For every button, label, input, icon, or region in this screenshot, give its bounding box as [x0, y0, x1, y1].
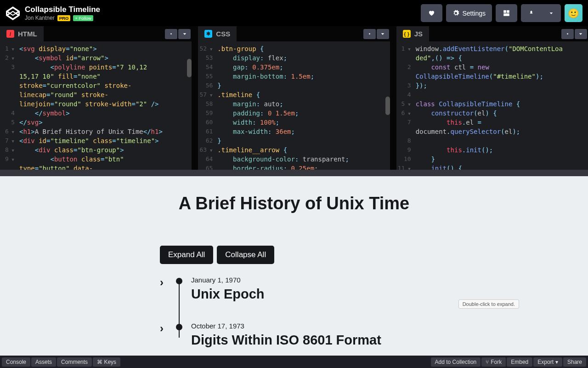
settings-label: Settings — [462, 10, 486, 17]
scrollbar-thumb[interactable] — [385, 97, 390, 115]
timeline-title: Unix Epoch — [191, 287, 265, 302]
share-button[interactable]: Share — [563, 357, 586, 367]
js-icon: { } — [403, 30, 411, 38]
chevron-down-icon — [380, 32, 385, 36]
html-dropdown-button[interactable] — [178, 29, 191, 39]
js-editor-pane: { } JS 1 ▼2345 ▼6 ▼7891011 ▼ window.addE… — [396, 26, 588, 170]
preview-pane: A Brief History of Unix Time Expand All … — [0, 176, 588, 356]
embed-button[interactable]: Embed — [507, 357, 532, 367]
html-tab-label: HTML — [18, 30, 37, 38]
fork-icon: ⑂ — [486, 359, 489, 365]
html-code-area[interactable]: 1 ▼2 ▼3456 ▼7 ▼8 ▼9 ▼ <svg display="none… — [0, 41, 192, 170]
author-link[interactable]: Jon Kantner — [25, 15, 55, 21]
scrollbar-thumb[interactable] — [187, 59, 192, 77]
love-button[interactable] — [421, 4, 442, 22]
svg-point-4 — [369, 33, 370, 34]
fork-button[interactable]: ⑂Fork — [481, 357, 506, 367]
timeline-date: October 17, 1973 — [191, 322, 381, 330]
fork-label: Fork — [491, 359, 502, 365]
html-editor-pane: / HTML 1 ▼2 ▼3456 ▼7 ▼8 ▼9 ▼ <svg displa… — [0, 26, 192, 170]
js-settings-button[interactable] — [561, 29, 574, 39]
svg-rect-1 — [507, 10, 509, 13]
layout-button[interactable] — [496, 4, 517, 22]
pro-badge: PRO — [57, 15, 71, 21]
timeline-title: Digits Within ISO 8601 Format — [191, 333, 381, 348]
header: Collapsible Timeline Jon Kantner PRO + F… — [0, 0, 588, 26]
gear-icon — [367, 31, 372, 36]
pin-button[interactable] — [521, 4, 542, 22]
console-button[interactable]: Console — [2, 357, 30, 367]
collapse-all-button[interactable]: Collapse All — [217, 246, 274, 264]
css-tab-label: CSS — [216, 30, 230, 38]
assets-button[interactable]: Assets — [31, 357, 56, 367]
preview-heading: A Brief History of Unix Time — [0, 194, 588, 213]
css-settings-button[interactable] — [363, 29, 376, 39]
editors-row: / HTML 1 ▼2 ▼3456 ▼7 ▼8 ▼9 ▼ <svg displa… — [0, 26, 588, 170]
timeline: › January 1, 1970 Unix Epoch › October 1… — [160, 276, 588, 356]
tooltip: Double-click to expand. — [458, 299, 519, 309]
js-dropdown-button[interactable] — [575, 29, 587, 39]
codepen-logo[interactable] — [6, 6, 20, 21]
css-dropdown-button[interactable] — [377, 29, 389, 39]
footer: Console Assets Comments ⌘ Keys Add to Co… — [0, 356, 588, 368]
timeline-date: January 1, 1970 — [191, 276, 265, 284]
pin-icon — [528, 10, 534, 17]
pen-title[interactable]: Collapsible Timeline — [25, 5, 421, 14]
js-tab-label: JS — [414, 30, 423, 38]
css-icon: ✱ — [204, 30, 212, 38]
svg-rect-2 — [503, 13, 509, 16]
css-tab[interactable]: ✱ CSS — [198, 26, 237, 41]
settings-button[interactable]: Settings — [446, 4, 492, 22]
gear-icon — [565, 31, 570, 36]
comments-button[interactable]: Comments — [57, 357, 92, 367]
html-icon: / — [6, 30, 14, 38]
expand-all-button[interactable]: Expand All — [160, 246, 213, 264]
svg-rect-0 — [503, 10, 506, 13]
chevron-down-icon — [578, 32, 583, 36]
add-collection-button[interactable]: Add to Collection — [431, 357, 481, 367]
keys-button[interactable]: ⌘ Keys — [93, 357, 120, 367]
export-label: Export — [537, 359, 554, 365]
chevron-right-icon[interactable]: › — [160, 322, 173, 335]
avatar[interactable]: 🙂 — [565, 4, 582, 22]
timeline-item[interactable]: › October 17, 1973 Digits Within ISO 860… — [160, 322, 588, 356]
chevron-down-icon — [549, 11, 554, 16]
html-tab[interactable]: / HTML — [0, 26, 44, 41]
layout-icon — [503, 10, 510, 17]
chevron-down-icon — [182, 32, 187, 36]
heart-icon — [428, 10, 435, 17]
resize-divider[interactable] — [0, 170, 588, 176]
svg-point-5 — [567, 33, 568, 34]
js-tab[interactable]: { } JS — [396, 26, 429, 41]
js-code-area[interactable]: 1 ▼2345 ▼6 ▼7891011 ▼ window.addEventLis… — [396, 41, 588, 170]
chevron-down-icon: ▾ — [555, 359, 558, 365]
header-actions: Settings 🙂 — [421, 4, 582, 22]
css-editor-pane: ✱ CSS 52 ▼5354555657 ▼585960616263 ▼6465… — [198, 26, 390, 170]
gear-icon — [452, 10, 459, 17]
timeline-dot — [176, 324, 182, 330]
css-code-area[interactable]: 52 ▼5354555657 ▼585960616263 ▼6465 .btn-… — [198, 41, 390, 170]
timeline-item[interactable]: › January 1, 1970 Unix Epoch — [160, 276, 588, 322]
gear-icon — [169, 31, 174, 36]
svg-point-3 — [170, 33, 172, 34]
export-button[interactable]: Export ▾ — [533, 357, 562, 367]
title-area: Collapsible Timeline Jon Kantner PRO + F… — [25, 5, 421, 21]
follow-button[interactable]: + Follow — [73, 15, 93, 21]
html-settings-button[interactable] — [165, 29, 177, 39]
pin-dropdown[interactable] — [542, 4, 561, 22]
chevron-right-icon[interactable]: › — [160, 276, 173, 289]
button-group: Expand All Collapse All — [160, 246, 588, 264]
